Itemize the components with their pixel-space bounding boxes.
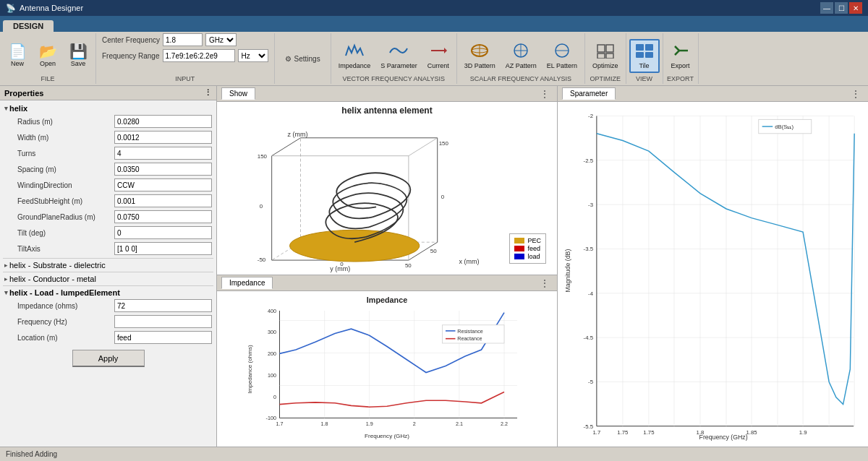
sparam-button[interactable]: S Parameter [376,40,422,72]
view-title: helix antenna element [341,105,432,116]
conductor-group-label: helix - Conductor - metal [9,275,96,283]
sparam-tabs: Sparameter [562,87,616,100]
svg-marker-1 [444,48,447,53]
prop-input-winding[interactable] [114,178,212,191]
save-button[interactable]: 💾 Save [64,41,93,70]
prop-input-frequency-hz[interactable] [114,315,212,328]
load-expand-arrow: ▾ [4,289,8,296]
settings-button[interactable]: ⚙ Settings [281,52,325,66]
prop-input-width[interactable] [114,131,212,144]
properties-header: Properties ⋮ [0,86,216,100]
prop-input-location[interactable] [114,331,212,344]
legend-pec-label: PEC [527,237,541,244]
show-tab[interactable]: Show [221,87,255,100]
divider-3 [3,285,213,286]
svg-text:1.75: 1.75 [643,429,654,436]
prop-label-feedstub: FeedStubHeight (m) [17,197,111,205]
prop-label-groundplane: GroundPlaneRadius (m) [17,213,111,221]
scalar-freq-group: 3D Pattern AZ Pattern EL Pattern SCALAR … [457,33,585,84]
elpattern-icon [552,43,572,61]
view-panel: helix antenna element [217,102,557,275]
prop-input-impedance-ohms[interactable] [114,299,212,312]
prop-row-groundplane: GroundPlaneRadius (m) [3,209,213,225]
tile-button[interactable]: Tile [629,39,660,73]
prop-input-radius[interactable] [114,115,212,128]
impedance-chart-area: Impedance Impedance (ohms) Frequency (GH… [217,291,557,441]
show-panel-menu[interactable]: ⋮ [537,88,553,100]
center-freq-input[interactable] [163,33,203,46]
svg-point-31 [290,230,420,262]
export-button[interactable]: Export [666,40,695,72]
vector-freq-label: VECTOR FREQUENCY ANALYSIS [342,75,445,84]
properties-panel: Properties ⋮ ▾ helix Radius (m) Width (m… [0,86,217,447]
optimize-icon [595,43,616,61]
sparam-panel-menu[interactable]: ⋮ [848,88,864,100]
optimize-button[interactable]: Optimize [588,40,623,72]
center-freq-label: Center Frequency [102,36,160,44]
svg-text:50: 50 [405,262,412,269]
svg-rect-10 [597,45,605,52]
sparam-chart: Magnitude (dB) Frequency (GHz) -2 [558,102,868,447]
load-group-label: helix - Load - lumpedElement [9,288,120,297]
new-button[interactable]: 📄 New [3,41,32,70]
helix-group-header[interactable]: ▾ helix [3,103,213,113]
impedance-tabs: Impedance [221,277,273,289]
current-icon [428,43,448,61]
center-freq-unit-select[interactable]: GHzMHzHz [205,33,237,46]
settings-label: Settings [294,55,320,63]
tab-design[interactable]: DESIGN [3,20,54,32]
open-button[interactable]: 📂 Open [33,41,62,70]
prop-input-feedstub[interactable] [114,194,212,207]
input-group-label: INPUT [102,75,268,84]
svg-text:1.9: 1.9 [366,421,373,427]
prop-label-radius: Radius (m) [17,118,111,126]
impedance-tab[interactable]: Impedance [221,277,273,289]
svg-text:0: 0 [441,194,445,200]
open-icon: 📂 [39,44,57,59]
svg-text:Resistance: Resistance [457,328,483,335]
sparam-icon [388,43,409,61]
svg-text:150: 150 [439,140,449,147]
load-group-header[interactable]: ▾ helix - Load - lumpedElement [3,288,213,298]
azpattern-button[interactable]: AZ Pattern [501,40,541,72]
sparam-tab[interactable]: Sparameter [562,87,616,100]
prop-label-frequency-hz: Frequency (Hz) [17,318,111,326]
3dpattern-button[interactable]: 3D Pattern [460,40,500,72]
prop-input-groundplane[interactable] [114,210,212,223]
svg-text:0: 0 [340,261,344,267]
elpattern-button[interactable]: EL Pattern [542,40,582,72]
freq-range-input[interactable] [163,49,235,62]
apply-button[interactable]: Apply [72,350,145,367]
svg-text:-2.5: -2.5 [584,158,593,164]
svg-text:-2: -2 [588,113,593,119]
optimize-group: Optimize OPTIMIZE [585,33,626,84]
file-group: 📄 New 📂 Open 💾 Save FILE [0,33,96,84]
prop-input-spacing[interactable] [114,163,212,176]
helix-expand-arrow: ▾ [4,105,8,112]
status-text: Finished Adding [6,450,57,458]
properties-menu-icon[interactable]: ⋮ [204,88,212,98]
svg-text:100: 100 [268,372,276,379]
svg-text:1.8: 1.8 [697,429,705,436]
svg-rect-16 [636,52,644,58]
vector-freq-group: Impedance S Parameter Current VECTOR FRE… [331,33,457,84]
toolbar: 📄 New 📂 Open 💾 Save FILE Center Frequenc… [0,32,868,86]
divider-1 [3,258,213,259]
impedance-panel-menu[interactable]: ⋮ [537,277,553,289]
window-controls[interactable]: — ☐ ✕ [820,2,862,14]
current-button[interactable]: Current [423,40,454,72]
minimize-button[interactable]: — [820,2,833,14]
substrate-group-header[interactable]: ▸ helix - Substrate - dielectric [3,260,213,270]
prop-input-tilt[interactable] [114,226,212,239]
svg-text:Impedance (ohms): Impedance (ohms) [247,345,253,394]
prop-input-turns[interactable] [114,147,212,160]
svg-text:1.8: 1.8 [321,421,328,427]
impedance-button[interactable]: Impedance [334,40,375,72]
conductor-group-header[interactable]: ▸ helix - Conductor - metal [3,274,213,284]
close-button[interactable]: ✕ [849,2,862,14]
prop-input-tiltaxis[interactable] [114,242,212,255]
maximize-button[interactable]: ☐ [835,2,848,14]
helix-group-label: helix [9,104,27,113]
sparam-panel-header: Sparameter ⋮ [558,86,868,102]
freq-range-unit-select[interactable]: HzGHz [238,49,268,62]
